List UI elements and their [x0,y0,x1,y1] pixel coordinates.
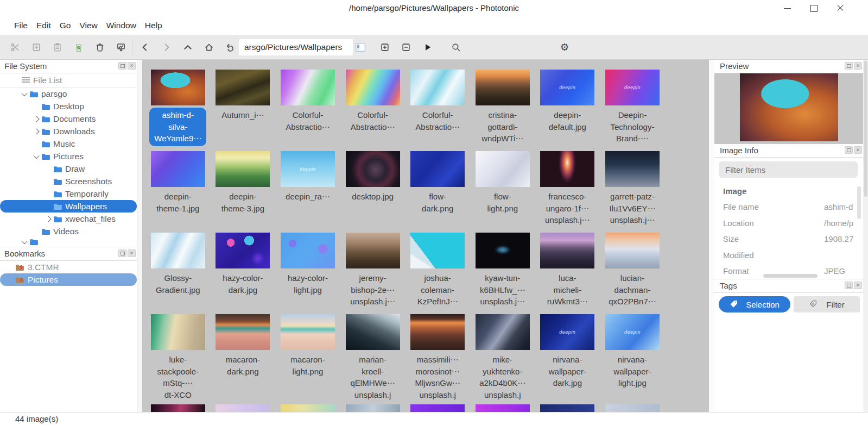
thumbnail-image[interactable] [216,151,270,187]
thumbnail-image[interactable] [216,233,270,268]
thumbnail-item[interactable]: cristina-gottardi-wndpWTi⋯ [470,70,535,151]
thumbnail-item[interactable]: Colorful-Abstractio⋯ [340,70,406,151]
tree-item-wallpapers[interactable]: Wallpapers [0,200,137,212]
thumbnail-image[interactable] [151,70,205,105]
address-input[interactable] [239,39,353,55]
tree-item-documents[interactable]: Documents [0,112,137,125]
tree-item-pictures[interactable]: Pictures [0,150,137,162]
thumbnail-item[interactable]: massimili⋯morosinot⋯MljwsnGw⋯unsplash.j [405,314,470,396]
thumbnail-item[interactable]: desktop.jpg [340,151,406,233]
tags-selection-button[interactable]: Selection [719,296,790,312]
zoom-out-button[interactable] [398,40,414,55]
thumbnail-image[interactable] [410,70,465,105]
bookmark-item-pictures[interactable]: Pictures [0,273,137,286]
recycle-button[interactable] [71,40,86,55]
menu-help[interactable]: Help [141,16,167,35]
menu-edit[interactable]: Edit [32,16,55,35]
thumbnail-image-partial[interactable] [476,404,530,412]
thumbnail-item[interactable]: hazy-color-dark.jpg [211,233,276,314]
chevron-down-icon[interactable] [20,240,29,244]
thumbnail-image[interactable]: deepin [605,314,660,350]
up-button[interactable] [180,40,195,55]
chevron-right-icon[interactable] [31,117,41,121]
chevron-down-icon[interactable] [20,92,29,96]
thumbnail-item[interactable]: Colorful-Abstractio⋯ [405,70,470,151]
home-button[interactable] [201,40,217,55]
thumbnail-image[interactable]: deepin [540,70,594,105]
tree-item-desktop[interactable]: Desktop [0,100,137,112]
close-panel-button[interactable]: ✕ [854,62,862,70]
thumbnail-item[interactable]: joshua-coleman-KzPefInJ⋯ [405,233,470,314]
info-vertical-scrollbar[interactable] [857,186,861,219]
close-button[interactable] [828,0,853,16]
thumbnail-item[interactable]: Colorful-Abstractio⋯ [275,70,340,151]
thumbnail-item[interactable]: deepindeepin-default.jpg [535,70,600,151]
thumbnail-item[interactable]: deepinnirvana-wallpaper-dark.jpg [535,314,600,396]
search-button[interactable] [448,40,464,55]
thumbnail-item[interactable]: francesco-ungaro-1f⋯unsplash.j⋯ [535,151,600,233]
thumbnail-image-partial[interactable] [151,404,205,412]
tree-item-xwechat_files[interactable]: xwechat_files [0,212,137,225]
file-list-item[interactable]: File List [0,73,137,88]
thumbnail-image-partial[interactable] [540,404,594,412]
thumbnail-item[interactable]: luke-stackpoole-mStq-⋯dt-XCO [145,314,211,396]
thumbnail-item[interactable]: garrett-patz-Ilu1Vv6EY⋯unsplash.j⋯ [600,151,665,233]
trash-button[interactable] [92,40,107,55]
thumbnail-item[interactable]: Glossy-Gradient.jpg [145,233,211,314]
minimize-button[interactable] [775,0,800,16]
paste-button[interactable] [50,40,65,55]
undo-button[interactable] [223,40,238,55]
thumbnail-image[interactable] [346,151,400,187]
thumbnail-item[interactable]: deepin-theme-1.jpg [145,151,211,233]
thumbnail-item[interactable]: macaron-light.png [275,314,340,396]
tree-item-partial[interactable] [0,238,137,246]
thumbnail-item[interactable]: deepin-theme-3.jpg [211,151,276,233]
thumbnail-image[interactable] [216,314,270,350]
float-panel-button[interactable] [118,62,126,70]
tree-item-temporarily[interactable]: Temporarily [0,188,137,200]
thumbnail-image[interactable] [476,70,530,105]
thumbnail-image[interactable] [476,314,530,350]
tree-item-downloads[interactable]: Downloads [0,125,137,138]
close-panel-button[interactable]: ✕ [854,146,862,154]
thumbnail-item[interactable]: luca-micheli-ruWkmt3⋯ [535,233,600,314]
play-button[interactable] [420,40,435,55]
tag-image-button[interactable] [113,40,129,55]
menu-window[interactable]: Window [102,16,141,35]
thumbnail-image-partial[interactable] [605,404,660,412]
thumbnail-item[interactable]: marian-kroell-qElMHWe⋯unsplash.j [340,314,406,396]
forward-button[interactable] [159,40,174,55]
thumbnail-image[interactable] [540,151,594,187]
thumbnail-image[interactable] [346,70,400,105]
thumbnail-item[interactable]: jeremy-bishop-2e⋯unsplash.j⋯ [340,233,406,314]
thumbnail-image[interactable] [410,151,465,187]
thumbnail-image[interactable] [540,233,594,268]
close-panel-button[interactable]: ✕ [854,282,862,289]
zoom-in-button[interactable] [377,40,392,55]
thumbnail-image-partial[interactable] [281,404,335,412]
menu-file[interactable]: File [10,16,32,35]
thumbnail-item[interactable]: macaron-dark.png [211,314,276,396]
chevron-right-icon[interactable] [31,129,41,134]
thumbnail-item[interactable]: mike-yukhtenko-a2kD4b0K⋯unsplash.j [470,314,535,396]
thumbnail-image[interactable]: deepin [605,70,660,105]
float-panel-button[interactable] [845,62,853,70]
menu-view[interactable]: View [75,16,102,35]
thumbnail-image-partial[interactable] [410,404,465,412]
view-thumbnails-button[interactable] [353,40,368,55]
thumbnail-image[interactable] [476,233,530,268]
close-panel-button[interactable]: ✕ [128,249,136,257]
maximize-button[interactable] [801,0,826,16]
thumbnail-image[interactable] [410,233,465,268]
thumbnail-image[interactable] [281,70,335,105]
thumbnail-image[interactable]: deepin [540,314,594,350]
settings-button[interactable]: ⚙ [557,40,572,55]
thumbnail-image[interactable] [281,233,335,268]
thumbnail-image[interactable] [410,314,465,350]
thumbnail-image[interactable] [216,70,270,105]
back-button[interactable] [137,40,153,55]
filter-items-input[interactable] [719,161,858,178]
chevron-right-icon[interactable] [43,217,53,221]
bookmark-item-3.ctmr[interactable]: 3.CTMR [0,261,137,273]
thumbnail-image[interactable] [605,233,660,268]
